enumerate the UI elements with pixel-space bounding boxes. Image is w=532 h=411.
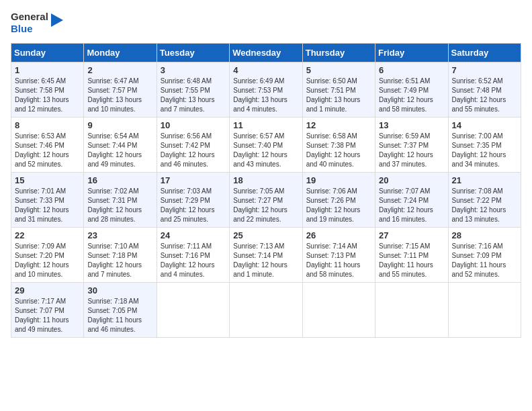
day-cell: 15Sunrise: 7:01 AM Sunset: 7:33 PM Dayli… xyxy=(11,173,84,228)
day-cell: 20Sunrise: 7:07 AM Sunset: 7:24 PM Dayli… xyxy=(375,173,448,228)
day-number: 16 xyxy=(87,175,152,185)
weekday-header-monday: Monday xyxy=(84,44,157,62)
weekday-header-friday: Friday xyxy=(375,44,448,62)
day-cell: 23Sunrise: 7:10 AM Sunset: 7:18 PM Dayli… xyxy=(84,228,157,283)
day-number: 21 xyxy=(452,175,517,185)
day-info: Sunrise: 7:00 AM Sunset: 7:35 PM Dayligh… xyxy=(452,132,517,169)
day-info: Sunrise: 6:53 AM Sunset: 7:46 PM Dayligh… xyxy=(15,132,80,169)
day-cell: 21Sunrise: 7:08 AM Sunset: 7:22 PM Dayli… xyxy=(448,173,521,228)
day-cell: 12Sunrise: 6:58 AM Sunset: 7:38 PM Dayli… xyxy=(302,118,375,173)
day-info: Sunrise: 7:01 AM Sunset: 7:33 PM Dayligh… xyxy=(15,187,80,224)
day-info: Sunrise: 6:52 AM Sunset: 7:48 PM Dayligh… xyxy=(452,77,517,114)
day-cell: 25Sunrise: 7:13 AM Sunset: 7:14 PM Dayli… xyxy=(230,228,302,283)
svg-marker-0 xyxy=(51,13,63,27)
calendar-body: 1Sunrise: 6:45 AM Sunset: 7:58 PM Daylig… xyxy=(11,62,521,338)
weekday-header-wednesday: Wednesday xyxy=(230,44,302,62)
weekday-header-row: SundayMondayTuesdayWednesdayThursdayFrid… xyxy=(11,44,521,62)
day-info: Sunrise: 7:16 AM Sunset: 7:09 PM Dayligh… xyxy=(452,242,517,279)
day-info: Sunrise: 6:58 AM Sunset: 7:38 PM Dayligh… xyxy=(306,132,371,169)
weekday-header-tuesday: Tuesday xyxy=(157,44,229,62)
day-number: 7 xyxy=(452,65,517,75)
day-cell: 19Sunrise: 7:06 AM Sunset: 7:26 PM Dayli… xyxy=(302,173,375,228)
day-info: Sunrise: 6:56 AM Sunset: 7:42 PM Dayligh… xyxy=(161,132,226,169)
week-row-3: 15Sunrise: 7:01 AM Sunset: 7:33 PM Dayli… xyxy=(11,173,521,228)
day-number: 20 xyxy=(379,175,444,185)
day-number: 11 xyxy=(233,120,298,130)
day-cell: 17Sunrise: 7:03 AM Sunset: 7:29 PM Dayli… xyxy=(157,173,229,228)
day-number: 6 xyxy=(379,65,444,75)
day-info: Sunrise: 7:09 AM Sunset: 7:20 PM Dayligh… xyxy=(15,242,80,279)
day-number: 19 xyxy=(306,175,371,185)
week-row-4: 22Sunrise: 7:09 AM Sunset: 7:20 PM Dayli… xyxy=(11,228,521,283)
week-row-5: 29Sunrise: 7:17 AM Sunset: 7:07 PM Dayli… xyxy=(11,283,521,338)
day-cell: 30Sunrise: 7:18 AM Sunset: 7:05 PM Dayli… xyxy=(84,283,157,338)
day-info: Sunrise: 7:08 AM Sunset: 7:22 PM Dayligh… xyxy=(452,187,517,224)
week-row-2: 8Sunrise: 6:53 AM Sunset: 7:46 PM Daylig… xyxy=(11,118,521,173)
day-cell: 4Sunrise: 6:49 AM Sunset: 7:53 PM Daylig… xyxy=(230,62,302,118)
day-info: Sunrise: 7:03 AM Sunset: 7:29 PM Dayligh… xyxy=(161,187,226,224)
day-info: Sunrise: 6:54 AM Sunset: 7:44 PM Dayligh… xyxy=(87,132,152,169)
day-cell: 3Sunrise: 6:48 AM Sunset: 7:55 PM Daylig… xyxy=(157,62,229,118)
day-cell: 16Sunrise: 7:02 AM Sunset: 7:31 PM Dayli… xyxy=(84,173,157,228)
day-cell: 5Sunrise: 6:50 AM Sunset: 7:51 PM Daylig… xyxy=(302,62,375,118)
day-cell: 1Sunrise: 6:45 AM Sunset: 7:58 PM Daylig… xyxy=(11,62,84,118)
day-cell xyxy=(448,283,521,338)
calendar-table: SundayMondayTuesdayWednesdayThursdayFrid… xyxy=(11,43,521,338)
day-cell: 27Sunrise: 7:15 AM Sunset: 7:11 PM Dayli… xyxy=(375,228,448,283)
day-info: Sunrise: 7:10 AM Sunset: 7:18 PM Dayligh… xyxy=(87,242,152,279)
day-number: 5 xyxy=(306,65,371,75)
day-number: 1 xyxy=(15,65,80,75)
logo-flag-icon xyxy=(51,13,64,32)
day-number: 18 xyxy=(233,175,298,185)
day-cell: 28Sunrise: 7:16 AM Sunset: 7:09 PM Dayli… xyxy=(448,228,521,283)
logo: General Blue xyxy=(11,11,64,35)
day-info: Sunrise: 6:48 AM Sunset: 7:55 PM Dayligh… xyxy=(161,77,226,114)
day-info: Sunrise: 7:11 AM Sunset: 7:16 PM Dayligh… xyxy=(161,242,226,279)
day-cell: 18Sunrise: 7:05 AM Sunset: 7:27 PM Dayli… xyxy=(230,173,302,228)
day-cell: 26Sunrise: 7:14 AM Sunset: 7:13 PM Dayli… xyxy=(302,228,375,283)
day-cell: 9Sunrise: 6:54 AM Sunset: 7:44 PM Daylig… xyxy=(84,118,157,173)
day-cell xyxy=(230,283,302,338)
day-cell xyxy=(157,283,229,338)
day-cell xyxy=(302,283,375,338)
day-info: Sunrise: 7:05 AM Sunset: 7:27 PM Dayligh… xyxy=(233,187,298,224)
day-info: Sunrise: 7:14 AM Sunset: 7:13 PM Dayligh… xyxy=(306,242,371,279)
day-info: Sunrise: 7:15 AM Sunset: 7:11 PM Dayligh… xyxy=(379,242,444,279)
day-info: Sunrise: 6:50 AM Sunset: 7:51 PM Dayligh… xyxy=(306,77,371,114)
day-cell: 29Sunrise: 7:17 AM Sunset: 7:07 PM Dayli… xyxy=(11,283,84,338)
day-number: 3 xyxy=(161,65,226,75)
day-number: 29 xyxy=(15,285,80,295)
day-info: Sunrise: 7:06 AM Sunset: 7:26 PM Dayligh… xyxy=(306,187,371,224)
day-number: 23 xyxy=(87,230,152,240)
day-number: 14 xyxy=(452,120,517,130)
day-cell: 10Sunrise: 6:56 AM Sunset: 7:42 PM Dayli… xyxy=(157,118,229,173)
weekday-header-thursday: Thursday xyxy=(302,44,375,62)
day-info: Sunrise: 7:07 AM Sunset: 7:24 PM Dayligh… xyxy=(379,187,444,224)
day-number: 22 xyxy=(15,230,80,240)
day-info: Sunrise: 6:45 AM Sunset: 7:58 PM Dayligh… xyxy=(15,77,80,114)
day-info: Sunrise: 7:02 AM Sunset: 7:31 PM Dayligh… xyxy=(87,187,152,224)
day-info: Sunrise: 6:57 AM Sunset: 7:40 PM Dayligh… xyxy=(233,132,298,169)
day-cell: 13Sunrise: 6:59 AM Sunset: 7:37 PM Dayli… xyxy=(375,118,448,173)
day-number: 17 xyxy=(161,175,226,185)
day-number: 13 xyxy=(379,120,444,130)
day-number: 12 xyxy=(306,120,371,130)
page-header: General Blue xyxy=(11,11,521,35)
logo-wordmark: General Blue xyxy=(11,11,48,35)
day-cell: 6Sunrise: 6:51 AM Sunset: 7:49 PM Daylig… xyxy=(375,62,448,118)
day-number: 9 xyxy=(87,120,152,130)
day-cell xyxy=(375,283,448,338)
day-cell: 22Sunrise: 7:09 AM Sunset: 7:20 PM Dayli… xyxy=(11,228,84,283)
day-cell: 8Sunrise: 6:53 AM Sunset: 7:46 PM Daylig… xyxy=(11,118,84,173)
day-number: 2 xyxy=(87,65,152,75)
week-row-1: 1Sunrise: 6:45 AM Sunset: 7:58 PM Daylig… xyxy=(11,62,521,118)
day-number: 4 xyxy=(233,65,298,75)
day-info: Sunrise: 6:49 AM Sunset: 7:53 PM Dayligh… xyxy=(233,77,298,114)
day-cell: 14Sunrise: 7:00 AM Sunset: 7:35 PM Dayli… xyxy=(448,118,521,173)
weekday-header-saturday: Saturday xyxy=(448,44,521,62)
day-info: Sunrise: 7:18 AM Sunset: 7:05 PM Dayligh… xyxy=(87,297,152,334)
day-number: 15 xyxy=(15,175,80,185)
day-info: Sunrise: 6:51 AM Sunset: 7:49 PM Dayligh… xyxy=(379,77,444,114)
day-info: Sunrise: 7:17 AM Sunset: 7:07 PM Dayligh… xyxy=(15,297,80,334)
day-cell: 24Sunrise: 7:11 AM Sunset: 7:16 PM Dayli… xyxy=(157,228,229,283)
